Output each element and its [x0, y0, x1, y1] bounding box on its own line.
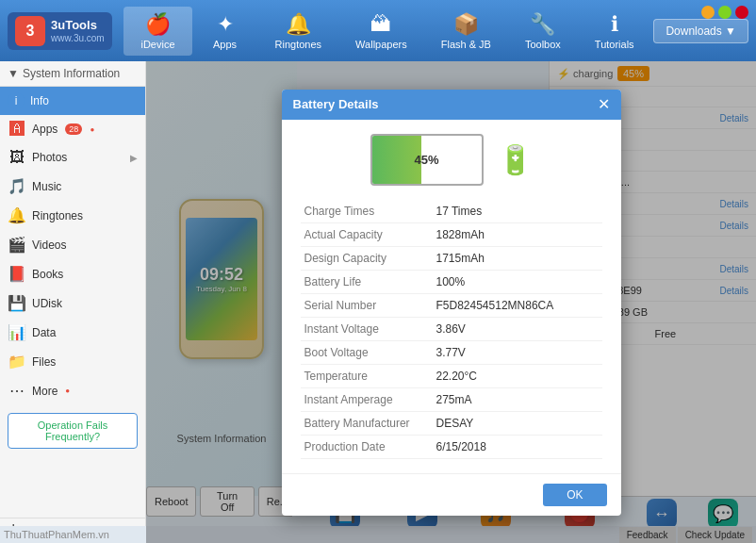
- row-value: 3.86V: [433, 317, 602, 340]
- sidebar-info-label: Info: [30, 94, 49, 107]
- nav-wallpapers-label: Wallpapers: [355, 39, 407, 50]
- sidebar-music-label: Music: [32, 180, 61, 193]
- table-row: Temperature22.20°C: [301, 364, 602, 387]
- ok-button[interactable]: OK: [543, 484, 606, 506]
- apps-badge-dot: ●: [90, 125, 94, 134]
- wallpapers-icon: 🏔: [370, 12, 391, 37]
- row-value: 17 Times: [433, 200, 602, 223]
- nav-toolbox[interactable]: 🔧 Toolbox: [508, 7, 578, 56]
- toolbar: 3 3uTools www.3u.com 🍎 iDevice ✦ Apps 🔔 …: [0, 0, 756, 61]
- app-name: 3uTools: [51, 18, 105, 33]
- chevron-down-icon: ▼: [8, 67, 19, 80]
- row-label: Design Capacity: [301, 246, 433, 270]
- sidebar-books-label: Books: [32, 268, 63, 281]
- nav-wallpapers[interactable]: 🏔 Wallpapers: [338, 7, 424, 56]
- minimize-button[interactable]: [701, 6, 715, 19]
- sidebar-item-info[interactable]: i Info: [0, 87, 145, 115]
- udisk-icon: 💾: [8, 294, 26, 312]
- idevice-icon: 🍎: [145, 12, 171, 37]
- watermark-text: ThuThuatPhanMem.vn: [4, 529, 109, 540]
- books-icon: 📕: [8, 265, 26, 283]
- operation-fails-button[interactable]: Operation Fails Frequently?: [8, 413, 138, 449]
- nav-apps[interactable]: ✦ Apps: [192, 7, 258, 56]
- battery-extra-icon: 🔋: [498, 143, 533, 176]
- row-label: Battery Manufacturer: [301, 411, 433, 435]
- music-icon: 🎵: [8, 177, 26, 195]
- sidebar-data-label: Data: [32, 326, 56, 339]
- sidebar-header-label: System Information: [23, 67, 120, 80]
- sidebar-ringtones-label: Ringtones: [32, 209, 83, 222]
- row-label: Production Date: [301, 435, 433, 458]
- row-label: Actual Capacity: [301, 222, 433, 246]
- sidebar-item-music[interactable]: 🎵 Music: [0, 172, 145, 201]
- modal-header: Battery Details ✕: [282, 90, 621, 120]
- sidebar-item-udisk[interactable]: 💾 UDisk: [0, 288, 145, 318]
- row-value: DESAY: [433, 411, 602, 435]
- row-value: 1715mAh: [433, 246, 602, 270]
- modal-title: Battery Details: [293, 97, 379, 111]
- ringtones-sidebar-icon: 🔔: [8, 206, 26, 224]
- table-row: Instant Amperage275mA: [301, 387, 602, 411]
- row-label: Instant Voltage: [301, 317, 433, 340]
- sidebar-item-books[interactable]: 📕 Books: [0, 259, 145, 288]
- maximize-button[interactable]: [718, 6, 731, 19]
- nav-flash-label: Flash & JB: [441, 39, 491, 50]
- downloads-button[interactable]: Downloads ▼: [653, 19, 748, 43]
- sidebar-item-data[interactable]: 📊 Data: [0, 318, 145, 347]
- table-row: Battery ManufacturerDESAY: [301, 411, 602, 435]
- sidebar-item-ringtones[interactable]: 🔔 Ringtones: [0, 201, 145, 230]
- videos-icon: 🎬: [8, 236, 26, 254]
- battery-icon-large: 45%: [370, 134, 484, 186]
- sidebar-photos-label: Photos: [32, 151, 67, 164]
- nav-flash-jb[interactable]: 📦 Flash & JB: [424, 7, 508, 56]
- sidebar-item-videos[interactable]: 🎬 Videos: [0, 230, 145, 259]
- modal-overlay: Battery Details ✕ 45% 🔋 Charge Times17 T…: [146, 61, 756, 543]
- nav-apps-label: Apps: [213, 39, 237, 50]
- nav-idevice[interactable]: 🍎 iDevice: [123, 7, 191, 56]
- row-value: F5D82454512MN86CA: [433, 293, 602, 317]
- sidebar-item-photos[interactable]: 🖼 Photos ▶: [0, 143, 145, 172]
- close-button[interactable]: [735, 6, 748, 19]
- table-row: Actual Capacity1828mAh: [301, 222, 602, 246]
- row-value: 100%: [433, 270, 602, 293]
- sidebar-header[interactable]: ▼ System Information: [0, 61, 145, 87]
- more-dot: ●: [65, 387, 70, 395]
- sidebar-item-more[interactable]: ⋯ More ●: [0, 376, 145, 405]
- row-label: Battery Life: [301, 270, 433, 293]
- row-label: Temperature: [301, 364, 433, 387]
- table-row: Production Date6/15/2018: [301, 435, 602, 458]
- nav-bar: 🍎 iDevice ✦ Apps 🔔 Ringtones 🏔 Wallpaper…: [122, 7, 654, 56]
- sidebar-item-apps[interactable]: 🅰 Apps 28 ●: [0, 115, 145, 143]
- tutorials-icon: ℹ: [611, 12, 618, 37]
- photos-arrow: ▶: [130, 153, 138, 163]
- modal-close-button[interactable]: ✕: [598, 97, 610, 112]
- nav-tutorials-label: Tutorials: [595, 39, 634, 50]
- apps-sidebar-icon: 🅰: [8, 121, 26, 138]
- modal-footer: OK: [282, 473, 621, 516]
- sidebar-files-label: Files: [32, 355, 56, 369]
- row-label: Boot Voltage: [301, 340, 433, 364]
- app-url: www.3u.com: [51, 33, 105, 43]
- apps-icon: ✦: [217, 12, 234, 37]
- toolbox-icon: 🔧: [530, 12, 555, 37]
- battery-visual: 45% 🔋: [301, 134, 602, 186]
- sidebar: ▼ System Information i Info 🅰 Apps 28 ● …: [0, 61, 146, 543]
- table-row: Instant Voltage3.86V: [301, 317, 602, 340]
- row-value: 1828mAh: [433, 222, 602, 246]
- sidebar-videos-label: Videos: [32, 239, 66, 252]
- row-value: 22.20°C: [433, 364, 602, 387]
- table-row: Battery Life100%: [301, 270, 602, 293]
- row-label: Instant Amperage: [301, 387, 433, 411]
- data-icon: 📊: [8, 323, 26, 341]
- modal-rows: Charge Times17 TimesActual Capacity1828m…: [301, 200, 602, 459]
- files-icon: 📁: [8, 353, 26, 370]
- nav-ringtones-label: Ringtones: [275, 39, 322, 50]
- nav-ringtones[interactable]: 🔔 Ringtones: [258, 7, 339, 56]
- info-icon: i: [8, 92, 25, 109]
- nav-idevice-label: iDevice: [140, 39, 174, 50]
- table-row: Boot Voltage3.77V: [301, 340, 602, 364]
- nav-tutorials[interactable]: ℹ Tutorials: [578, 7, 651, 56]
- row-label: Serial Number: [301, 293, 433, 317]
- sidebar-item-files[interactable]: 📁 Files: [0, 347, 145, 376]
- battery-percent-text: 45%: [372, 153, 482, 167]
